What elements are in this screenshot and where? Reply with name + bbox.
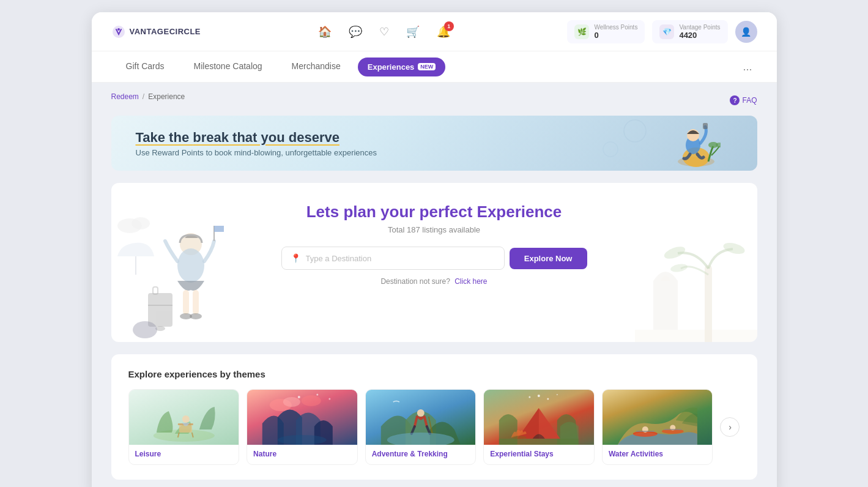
tab-gift-cards[interactable]: Gift Cards xyxy=(111,51,179,82)
search-bar: 📍 Explore Now xyxy=(281,247,587,270)
themes-grid: Leisure xyxy=(128,389,740,465)
svg-point-40 xyxy=(298,396,300,398)
heart-icon[interactable]: ♡ xyxy=(379,25,389,39)
app-container: VANTAGECIRCLE 🏠 💬 ♡ 🛒 🔔 1 🌿 Wellness Poi… xyxy=(92,12,777,487)
svg-rect-33 xyxy=(179,425,191,433)
banner-title-suffix: that you deserve xyxy=(229,130,339,145)
banner-text: Take the break that you deserve Use Rewa… xyxy=(111,130,402,157)
banner-illustration xyxy=(647,116,721,171)
destination-input[interactable] xyxy=(306,254,495,263)
location-icon: 📍 xyxy=(291,253,301,263)
hint-prefix: Destination not sure? xyxy=(380,277,450,286)
theme-label-water: Water Activities xyxy=(603,445,713,464)
svg-point-39 xyxy=(302,395,321,406)
hint-link[interactable]: Click here xyxy=(454,277,487,286)
search-title-prefix: Lets plan your perfect xyxy=(306,203,477,221)
search-section: Lets plan your perfect Experience Total … xyxy=(111,183,757,342)
vantage-icon: 💎 xyxy=(659,24,674,39)
search-section-inner: Lets plan your perfect Experience Total … xyxy=(136,203,733,286)
tab-milestone-catalog[interactable]: Milestone Catalog xyxy=(179,51,277,82)
theme-img-adventure xyxy=(366,390,476,445)
theme-card-nature[interactable]: Nature xyxy=(247,389,358,465)
breadcrumb: Redeem / Experience xyxy=(111,92,185,101)
avatar[interactable]: 👤 xyxy=(735,21,757,43)
leisure-illustration xyxy=(129,390,239,445)
tab-experiences[interactable]: Experiences NEW xyxy=(358,58,446,76)
vantage-points-info: Vantage Points 4420 xyxy=(679,24,720,40)
nav-tabs: Gift Cards Milestone Catalog Merchandise… xyxy=(92,51,777,83)
svg-point-18 xyxy=(190,313,202,319)
svg-point-23 xyxy=(133,321,157,338)
search-input-wrap[interactable]: 📍 xyxy=(281,247,505,270)
wellness-icon: 🌿 xyxy=(574,24,589,39)
svg-rect-16 xyxy=(193,290,199,314)
wellness-points-info: Wellness Points 0 xyxy=(594,24,637,40)
tab-merchandise[interactable]: Merchandise xyxy=(277,51,355,82)
theme-img-water xyxy=(603,390,713,445)
theme-label-leisure: Leisure xyxy=(129,445,239,464)
adventure-illustration xyxy=(366,390,476,445)
main-content: Redeem / Experience ? FAQ Take the break… xyxy=(92,83,777,487)
banner-title: Take the break that you deserve xyxy=(136,130,377,146)
themes-title: Explore experiences by themes xyxy=(128,369,740,379)
svg-point-9 xyxy=(624,120,646,142)
banner-decor xyxy=(598,119,647,162)
logo-icon xyxy=(111,24,126,39)
theme-card-leisure[interactable]: Leisure xyxy=(128,389,240,465)
experiences-new-badge: NEW xyxy=(418,63,436,70)
stays-illustration xyxy=(484,390,594,445)
banner: Take the break that you deserve Use Rewa… xyxy=(111,116,757,171)
svg-point-52 xyxy=(557,394,558,395)
tab-more[interactable]: ... xyxy=(738,56,757,78)
banner-title-prefix: Take the xyxy=(136,130,193,145)
svg-point-42 xyxy=(328,398,330,400)
vantage-points-box[interactable]: 💎 Vantage Points 4420 xyxy=(652,20,727,43)
breadcrumb-redeem[interactable]: Redeem xyxy=(111,92,139,101)
theme-card-water[interactable]: Water Activities xyxy=(602,389,713,465)
faq-link[interactable]: ? FAQ xyxy=(730,95,757,105)
faq-label: FAQ xyxy=(742,96,757,105)
svg-point-36 xyxy=(182,415,189,423)
breadcrumb-experience: Experience xyxy=(148,92,185,101)
water-illustration xyxy=(603,390,713,445)
svg-point-41 xyxy=(316,394,318,396)
svg-point-0 xyxy=(113,26,125,38)
svg-rect-30 xyxy=(635,330,757,342)
theme-img-leisure xyxy=(129,390,239,445)
logo[interactable]: VANTAGECIRCLE xyxy=(111,24,201,39)
home-icon[interactable]: 🏠 xyxy=(318,25,332,39)
svg-point-49 xyxy=(538,395,540,397)
breadcrumb-separator: / xyxy=(143,92,144,101)
svg-rect-6 xyxy=(703,123,708,129)
wellness-points-box[interactable]: 🌿 Wellness Points 0 xyxy=(567,20,645,43)
svg-point-51 xyxy=(529,396,531,398)
nature-illustration xyxy=(247,390,357,445)
theme-img-nature xyxy=(247,390,357,445)
svg-point-10 xyxy=(603,142,618,157)
faq-icon: ? xyxy=(730,95,740,105)
notification-icon[interactable]: 🔔 1 xyxy=(437,25,450,39)
svg-point-38 xyxy=(283,397,300,407)
carousel-next-arrow[interactable]: › xyxy=(720,417,740,437)
tab-experiences-label: Experiences xyxy=(368,62,415,72)
theme-card-adventure[interactable]: Adventure & Trekking xyxy=(365,389,477,465)
svg-point-43 xyxy=(278,435,327,445)
themes-section: Explore experiences by themes xyxy=(111,354,757,480)
theme-card-stays[interactable]: Experiential Stays xyxy=(483,389,595,465)
svg-rect-15 xyxy=(183,290,189,314)
logo-text: VANTAGECIRCLE xyxy=(130,27,201,36)
wellness-value: 0 xyxy=(594,31,637,40)
vantage-label: Vantage Points xyxy=(679,24,720,31)
explore-now-button[interactable]: Explore Now xyxy=(510,248,587,269)
chat-icon[interactable]: 💬 xyxy=(349,25,362,39)
vantage-value: 4420 xyxy=(679,31,720,40)
svg-rect-47 xyxy=(499,439,579,445)
theme-label-adventure: Adventure & Trekking xyxy=(366,445,476,464)
theme-img-stays xyxy=(484,390,594,445)
search-title-highlight: Experience xyxy=(477,203,562,221)
notification-badge: 1 xyxy=(444,21,454,31)
wellness-label: Wellness Points xyxy=(594,24,637,31)
search-subtitle: Total 187 listings available xyxy=(136,225,733,234)
cart-icon[interactable]: 🛒 xyxy=(406,25,420,39)
svg-rect-19 xyxy=(148,293,172,327)
